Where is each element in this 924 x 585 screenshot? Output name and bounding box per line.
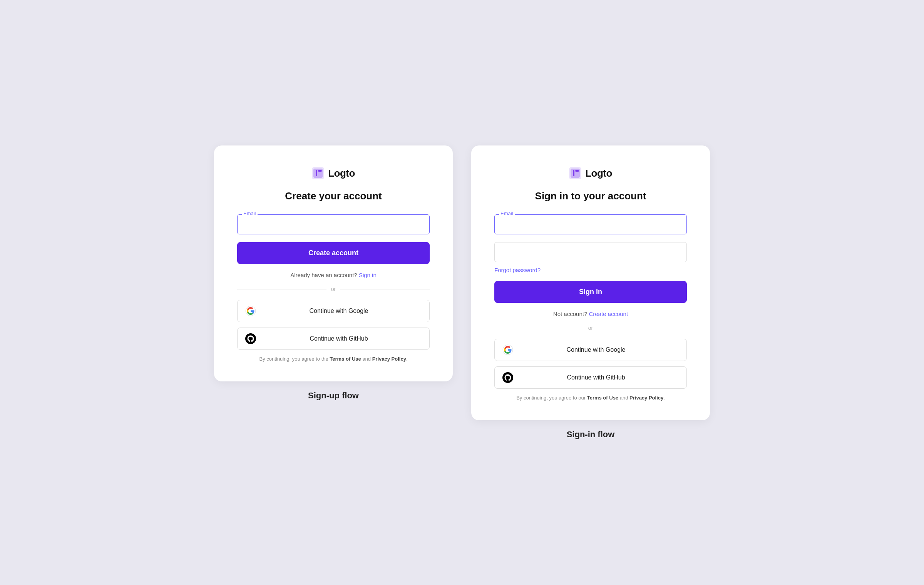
signin-title: Sign in to your account — [494, 190, 687, 202]
flows-container: Logto Create your account Email Create a… — [192, 145, 732, 440]
svg-rect-6 — [571, 169, 580, 178]
signin-google-label: Continue with Google — [513, 346, 679, 353]
signin-card: Logto Sign in to your account Email Forg… — [471, 145, 710, 420]
signin-google-button[interactable]: Continue with Google — [494, 339, 687, 361]
signin-privacy-link[interactable]: Privacy Policy — [629, 395, 663, 401]
signup-terms-text: By continuing, you agree to the Terms of… — [237, 355, 430, 363]
signin-email-label: Email — [499, 211, 515, 216]
github-icon-signin — [502, 372, 513, 383]
signin-password-group — [494, 242, 687, 262]
signup-signin-prompt: Already have an account? Sign in — [237, 272, 430, 278]
svg-rect-3 — [318, 170, 322, 172]
signup-flow-label: Sign-up flow — [308, 391, 359, 401]
signup-logo-area: Logto — [237, 167, 430, 179]
forgot-password-link[interactable]: Forgot password? — [494, 267, 687, 273]
signin-password-input[interactable] — [494, 242, 687, 262]
google-icon-signin — [502, 344, 513, 355]
logto-logo-icon-signin — [569, 167, 581, 179]
signup-email-input[interactable] — [237, 214, 430, 234]
signup-terms-link[interactable]: Terms of Use — [330, 356, 361, 362]
svg-rect-1 — [313, 169, 323, 178]
signup-flow-wrapper: Logto Create your account Email Create a… — [214, 145, 453, 401]
google-icon — [245, 306, 256, 316]
signup-google-button[interactable]: Continue with Google — [237, 300, 430, 322]
signin-email-input[interactable] — [494, 214, 687, 234]
signin-github-label: Continue with GitHub — [513, 374, 679, 381]
signin-create-link[interactable]: Create account — [589, 311, 628, 317]
signin-github-button[interactable]: Continue with GitHub — [494, 366, 687, 389]
signin-create-prompt: Not account? Create account — [494, 311, 687, 317]
signin-flow-label: Sign-in flow — [567, 430, 615, 440]
signup-email-label: Email — [242, 211, 258, 216]
signup-divider: or — [237, 286, 430, 292]
signup-google-label: Continue with Google — [256, 308, 422, 314]
logto-logo-icon — [312, 167, 324, 179]
signin-button[interactable]: Sign in — [494, 281, 687, 303]
signup-github-button[interactable]: Continue with GitHub — [237, 328, 430, 350]
signin-logo-area: Logto — [494, 167, 687, 179]
signin-divider: or — [494, 325, 687, 331]
create-account-button[interactable]: Create account — [237, 242, 430, 264]
signin-terms-text: By continuing, you agree to our Terms of… — [494, 394, 687, 402]
signin-flow-wrapper: Logto Sign in to your account Email Forg… — [471, 145, 710, 440]
signin-terms-link[interactable]: Terms of Use — [587, 395, 618, 401]
svg-rect-2 — [316, 170, 317, 176]
signin-logo-text: Logto — [585, 167, 612, 179]
signup-card: Logto Create your account Email Create a… — [214, 145, 453, 381]
signup-signin-link[interactable]: Sign in — [359, 272, 377, 278]
signup-logo-text: Logto — [328, 167, 355, 179]
svg-rect-8 — [575, 170, 579, 172]
svg-rect-7 — [573, 170, 574, 176]
signup-title: Create your account — [237, 190, 430, 202]
signup-email-group: Email — [237, 214, 430, 234]
signin-email-group: Email — [494, 214, 687, 234]
signup-privacy-link[interactable]: Privacy Policy — [372, 356, 406, 362]
github-icon — [245, 333, 256, 344]
signup-github-label: Continue with GitHub — [256, 335, 422, 342]
